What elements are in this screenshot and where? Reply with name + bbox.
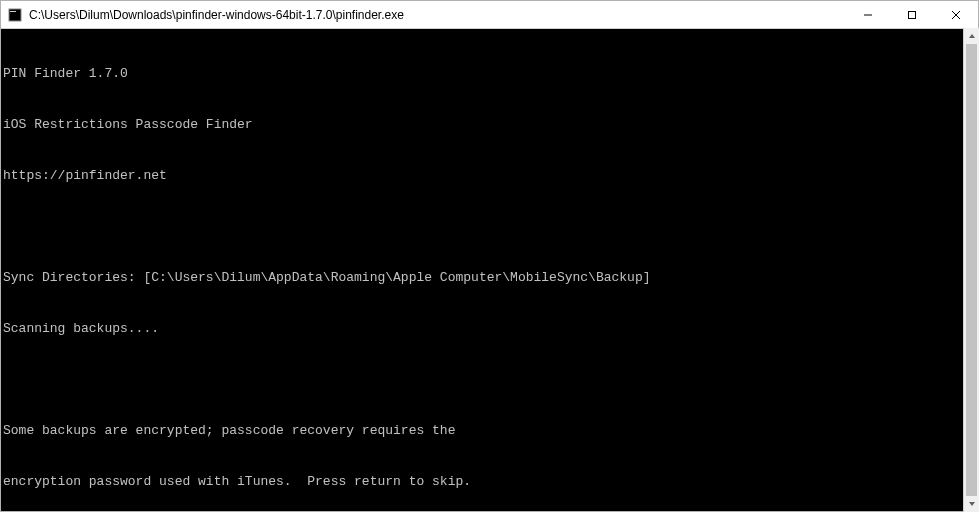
scrollbar-track[interactable]	[964, 44, 979, 496]
close-button[interactable]	[934, 1, 978, 28]
svg-rect-0	[9, 9, 21, 21]
terminal-line: https://pinfinder.net	[3, 167, 978, 184]
console-window: C:\Users\Dilum\Downloads\pinfinder-windo…	[0, 0, 979, 512]
terminal-line: Some backups are encrypted; passcode rec…	[3, 422, 978, 439]
scroll-up-button[interactable]	[964, 28, 979, 44]
terminal-output[interactable]: PIN Finder 1.7.0 iOS Restrictions Passco…	[1, 29, 978, 511]
terminal-line: Scanning backups....	[3, 320, 978, 337]
terminal-line: encryption password used with iTunes. Pr…	[3, 473, 978, 490]
scrollbar-thumb[interactable]	[966, 44, 977, 496]
terminal-line: Sync Directories: [C:\Users\Dilum\AppDat…	[3, 269, 978, 286]
terminal-line: PIN Finder 1.7.0	[3, 65, 978, 82]
app-icon	[7, 7, 23, 23]
titlebar[interactable]: C:\Users\Dilum\Downloads\pinfinder-windo…	[1, 1, 978, 29]
window-title: C:\Users\Dilum\Downloads\pinfinder-windo…	[29, 8, 846, 22]
terminal-line	[3, 371, 978, 388]
scroll-down-button[interactable]	[964, 496, 979, 512]
terminal-line	[3, 218, 978, 235]
svg-marker-7	[969, 502, 975, 506]
svg-rect-1	[10, 11, 16, 12]
vertical-scrollbar[interactable]	[963, 28, 979, 512]
terminal-line: iOS Restrictions Passcode Finder	[3, 116, 978, 133]
minimize-button[interactable]	[846, 1, 890, 28]
maximize-button[interactable]	[890, 1, 934, 28]
window-controls	[846, 1, 978, 28]
svg-marker-6	[969, 34, 975, 38]
svg-rect-3	[909, 11, 916, 18]
